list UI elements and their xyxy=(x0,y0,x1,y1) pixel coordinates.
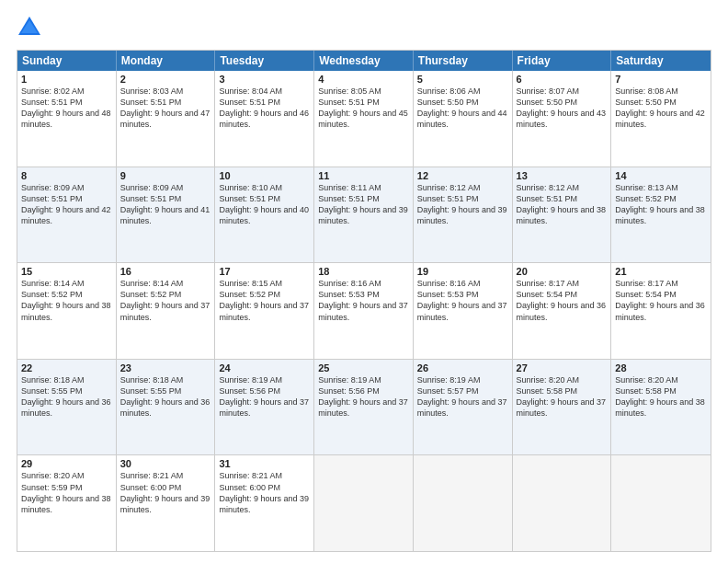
sunset-text: Sunset: 5:58 PM xyxy=(517,385,608,396)
day-number: 6 xyxy=(517,74,608,85)
daylight-text: Daylight: 9 hours and 37 minutes. xyxy=(517,396,608,419)
day-cell-16: 16 Sunrise: 8:14 AM Sunset: 5:52 PM Dayl… xyxy=(117,263,216,359)
day-number: 22 xyxy=(21,362,112,373)
day-number: 31 xyxy=(219,458,310,469)
day-cell-7: 7 Sunrise: 8:08 AM Sunset: 5:50 PM Dayli… xyxy=(611,71,711,167)
day-cell-13: 13 Sunrise: 8:12 AM Sunset: 5:51 PM Dayl… xyxy=(513,167,612,263)
daylight-text: Daylight: 9 hours and 36 minutes. xyxy=(21,396,112,419)
daylight-text: Daylight: 9 hours and 37 minutes. xyxy=(120,300,211,322)
empty-cell xyxy=(513,455,612,551)
day-cell-4: 4 Sunrise: 8:05 AM Sunset: 5:51 PM Dayli… xyxy=(314,71,414,167)
daylight-text: Daylight: 9 hours and 38 minutes. xyxy=(517,204,608,226)
day-cell-3: 3 Sunrise: 8:04 AM Sunset: 5:51 PM Dayli… xyxy=(215,71,314,167)
day-number: 25 xyxy=(318,362,409,373)
day-cell-8: 8 Sunrise: 8:09 AM Sunset: 5:51 PM Dayli… xyxy=(17,167,117,263)
sunrise-text: Sunrise: 8:06 AM xyxy=(417,86,508,97)
sunrise-text: Sunrise: 8:18 AM xyxy=(21,374,112,385)
daylight-text: Daylight: 9 hours and 37 minutes. xyxy=(318,300,409,322)
day-cell-10: 10 Sunrise: 8:10 AM Sunset: 5:51 PM Dayl… xyxy=(215,167,314,263)
day-number: 30 xyxy=(120,458,211,469)
day-cell-31: 31 Sunrise: 8:21 AM Sunset: 6:00 PM Dayl… xyxy=(215,455,314,551)
col-header-friday: Friday xyxy=(513,51,612,71)
sunrise-text: Sunrise: 8:09 AM xyxy=(21,182,112,193)
daylight-text: Daylight: 9 hours and 39 minutes. xyxy=(417,204,508,226)
sunrise-text: Sunrise: 8:21 AM xyxy=(120,470,211,481)
daylight-text: Daylight: 9 hours and 40 minutes. xyxy=(219,204,310,226)
sunrise-text: Sunrise: 8:07 AM xyxy=(517,86,608,97)
sunset-text: Sunset: 5:51 PM xyxy=(318,193,409,204)
header xyxy=(17,15,711,40)
sunrise-text: Sunrise: 8:05 AM xyxy=(318,86,409,97)
daylight-text: Daylight: 9 hours and 36 minutes. xyxy=(615,300,707,322)
day-number: 2 xyxy=(120,74,211,85)
sunrise-text: Sunrise: 8:20 AM xyxy=(615,374,707,385)
week-row-2: 8 Sunrise: 8:09 AM Sunset: 5:51 PM Dayli… xyxy=(17,167,711,264)
sunrise-text: Sunrise: 8:17 AM xyxy=(517,278,608,289)
daylight-text: Daylight: 9 hours and 41 minutes. xyxy=(120,204,211,226)
sunset-text: Sunset: 5:55 PM xyxy=(21,385,112,396)
sunset-text: Sunset: 5:51 PM xyxy=(318,97,409,108)
day-number: 29 xyxy=(21,458,112,469)
day-cell-25: 25 Sunrise: 8:19 AM Sunset: 5:56 PM Dayl… xyxy=(314,360,414,455)
day-number: 19 xyxy=(417,266,508,277)
day-cell-30: 30 Sunrise: 8:21 AM Sunset: 6:00 PM Dayl… xyxy=(117,455,216,551)
col-header-tuesday: Tuesday xyxy=(215,51,314,71)
daylight-text: Daylight: 9 hours and 48 minutes. xyxy=(21,108,112,130)
day-number: 15 xyxy=(21,266,112,277)
sunrise-text: Sunrise: 8:16 AM xyxy=(318,278,409,289)
week-row-5: 29 Sunrise: 8:20 AM Sunset: 5:59 PM Dayl… xyxy=(17,455,711,551)
sunset-text: Sunset: 5:51 PM xyxy=(120,193,211,204)
sunrise-text: Sunrise: 8:15 AM xyxy=(219,278,310,289)
sunset-text: Sunset: 5:51 PM xyxy=(417,193,508,204)
daylight-text: Daylight: 9 hours and 37 minutes. xyxy=(219,396,310,419)
col-header-sunday: Sunday xyxy=(17,51,117,71)
day-cell-9: 9 Sunrise: 8:09 AM Sunset: 5:51 PM Dayli… xyxy=(117,167,216,263)
day-cell-17: 17 Sunrise: 8:15 AM Sunset: 5:52 PM Dayl… xyxy=(215,263,314,359)
empty-cell xyxy=(611,455,711,551)
sunrise-text: Sunrise: 8:19 AM xyxy=(318,374,409,385)
col-header-wednesday: Wednesday xyxy=(314,51,414,71)
day-cell-19: 19 Sunrise: 8:16 AM Sunset: 5:53 PM Dayl… xyxy=(414,263,513,359)
sunset-text: Sunset: 6:00 PM xyxy=(219,482,310,493)
logo xyxy=(17,15,46,40)
sunset-text: Sunset: 5:50 PM xyxy=(517,97,608,108)
day-number: 4 xyxy=(318,74,409,85)
sunset-text: Sunset: 5:58 PM xyxy=(615,385,707,396)
sunset-text: Sunset: 5:55 PM xyxy=(120,385,211,396)
daylight-text: Daylight: 9 hours and 37 minutes. xyxy=(417,300,508,322)
sunrise-text: Sunrise: 8:19 AM xyxy=(417,374,508,385)
day-cell-2: 2 Sunrise: 8:03 AM Sunset: 5:51 PM Dayli… xyxy=(117,71,216,167)
sunrise-text: Sunrise: 8:12 AM xyxy=(517,182,608,193)
sunrise-text: Sunrise: 8:17 AM xyxy=(615,278,707,289)
day-number: 8 xyxy=(21,170,112,181)
daylight-text: Daylight: 9 hours and 47 minutes. xyxy=(120,108,211,130)
sunrise-text: Sunrise: 8:14 AM xyxy=(21,278,112,289)
day-number: 27 xyxy=(517,362,608,373)
daylight-text: Daylight: 9 hours and 36 minutes. xyxy=(120,396,211,419)
day-cell-1: 1 Sunrise: 8:02 AM Sunset: 5:51 PM Dayli… xyxy=(17,71,117,167)
sunset-text: Sunset: 5:51 PM xyxy=(219,193,310,204)
day-cell-28: 28 Sunrise: 8:20 AM Sunset: 5:58 PM Dayl… xyxy=(611,360,711,455)
day-number: 10 xyxy=(219,170,310,181)
sunset-text: Sunset: 6:00 PM xyxy=(120,482,211,493)
sunset-text: Sunset: 5:52 PM xyxy=(21,289,112,300)
sunrise-text: Sunrise: 8:12 AM xyxy=(417,182,508,193)
sunset-text: Sunset: 5:57 PM xyxy=(417,385,508,396)
sunrise-text: Sunrise: 8:02 AM xyxy=(21,86,112,97)
sunset-text: Sunset: 5:51 PM xyxy=(219,97,310,108)
empty-cell xyxy=(314,455,414,551)
sunset-text: Sunset: 5:54 PM xyxy=(517,289,608,300)
day-cell-6: 6 Sunrise: 8:07 AM Sunset: 5:50 PM Dayli… xyxy=(513,71,612,167)
sunrise-text: Sunrise: 8:04 AM xyxy=(219,86,310,97)
sunset-text: Sunset: 5:56 PM xyxy=(318,385,409,396)
day-number: 14 xyxy=(615,170,707,181)
day-number: 3 xyxy=(219,74,310,85)
day-number: 16 xyxy=(120,266,211,277)
day-number: 1 xyxy=(21,74,112,85)
sunset-text: Sunset: 5:53 PM xyxy=(417,289,508,300)
sunrise-text: Sunrise: 8:13 AM xyxy=(615,182,707,193)
day-cell-27: 27 Sunrise: 8:20 AM Sunset: 5:58 PM Dayl… xyxy=(513,360,612,455)
day-number: 28 xyxy=(615,362,707,373)
sunset-text: Sunset: 5:50 PM xyxy=(615,97,707,108)
day-cell-20: 20 Sunrise: 8:17 AM Sunset: 5:54 PM Dayl… xyxy=(513,263,612,359)
